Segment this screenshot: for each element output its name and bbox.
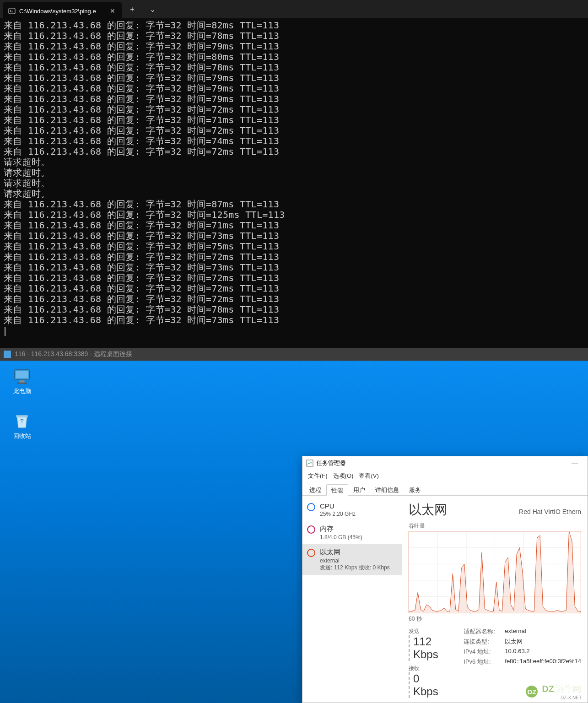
sidebar-item-cpu[interactable]: CPU 25% 2.20 GHz <box>302 498 402 521</box>
terminal-tab[interactable]: C:\Windows\system32\ping.e ✕ <box>3 2 122 20</box>
throughput-chart <box>409 531 581 613</box>
desktop-icon-computer[interactable]: 此电脑 <box>5 367 39 395</box>
watermark: DZ DZ插件网 DZ-X.NET <box>524 683 582 700</box>
rdp-icon <box>4 351 11 358</box>
svg-rect-0 <box>9 8 15 14</box>
watermark-logo-icon: DZ <box>524 684 539 699</box>
sidebar-item-sub2: 发送: 112 Kbps 接收: 0 Kbps <box>320 564 390 572</box>
desktop-icon-recycle[interactable]: 回收站 <box>5 412 39 440</box>
info-value: 以太网 <box>505 638 523 646</box>
info-key: IPv4 地址: <box>464 648 505 656</box>
info-key: 连接类型: <box>464 638 505 646</box>
sidebar-item-title: 内存 <box>320 525 362 533</box>
sidebar-item-sub: external <box>320 557 390 564</box>
taskmgr-sidebar: CPU 25% 2.20 GHz 内存 1.8/4.0 GB (45%) 以太网 <box>302 496 402 703</box>
info-value: fe80::1a5f:eeff:fe00:3f2e%14 <box>505 658 581 666</box>
info-value: 10.0.63.2 <box>505 648 529 656</box>
taskmgr-icon <box>306 460 313 467</box>
cpu-icon <box>307 503 315 511</box>
svg-rect-7 <box>16 415 28 417</box>
sidebar-item-title: 以太网 <box>320 548 390 557</box>
memory-icon <box>307 525 315 534</box>
rdp-titlebar: 116 - 116.213.43.68:3389 - 远程桌面连接 <box>0 348 588 361</box>
send-label: 发送 <box>409 627 445 635</box>
terminal-window: C:\Windows\system32\ping.e ✕ ＋ ⌄ 来自 116.… <box>0 0 588 348</box>
close-icon[interactable]: ✕ <box>109 7 116 15</box>
menu-options[interactable]: 选项(O) <box>330 472 356 480</box>
taskmgr-titlebar[interactable]: 任务管理器 — <box>302 456 588 470</box>
svg-rect-4 <box>16 371 28 379</box>
info-key: 适配器名称: <box>464 627 505 636</box>
svg-rect-5 <box>20 380 25 383</box>
recv-label: 接收 <box>409 665 445 672</box>
ethernet-icon <box>307 549 315 557</box>
watermark-brand: DZ插件网 <box>542 683 582 695</box>
tab-性能[interactable]: 性能 <box>326 484 348 496</box>
perf-section-label: 吞吐量 <box>409 522 581 530</box>
desktop-icon-label: 此电脑 <box>5 387 39 395</box>
taskmgr-title: 任务管理器 <box>316 459 346 467</box>
svg-rect-2 <box>6 357 9 357</box>
rdp-title: 116 - 116.213.43.68:3389 - 远程桌面连接 <box>15 350 132 358</box>
terminal-output[interactable]: 来自 116.213.43.68 的回复: 字节=32 时间=82ms TTL=… <box>0 18 588 338</box>
svg-rect-6 <box>17 383 27 384</box>
taskmgr-tabs: 进程性能用户详细信息服务 <box>302 482 588 496</box>
new-tab-button[interactable]: ＋ <box>122 0 142 18</box>
taskmgr-main: 以太网 Red Hat VirtIO Ethern 吞吐量 60 秒 发送 11… <box>402 496 588 703</box>
perf-adapter: Red Hat VirtIO Ethern <box>519 508 581 515</box>
computer-icon <box>11 367 33 385</box>
tab-dropdown-button[interactable]: ⌄ <box>142 0 163 18</box>
recv-value: 0 Kbps <box>409 672 445 698</box>
terminal-titlebar: C:\Windows\system32\ping.e ✕ ＋ ⌄ <box>0 0 588 18</box>
info-value: external <box>505 627 526 636</box>
tab-详细信息[interactable]: 详细信息 <box>370 484 404 495</box>
info-key: IPv6 地址: <box>464 658 505 666</box>
sidebar-item-title: CPU <box>320 502 356 510</box>
tab-进程[interactable]: 进程 <box>304 484 326 495</box>
terminal-tab-title: C:\Windows\system32\ping.e <box>19 8 105 15</box>
sidebar-item-memory[interactable]: 内存 1.8/4.0 GB (45%) <box>302 521 402 544</box>
tab-用户[interactable]: 用户 <box>348 484 370 495</box>
sidebar-item-ethernet[interactable]: 以太网 external 发送: 112 Kbps 接收: 0 Kbps <box>302 544 402 575</box>
desktop[interactable]: 此电脑 回收站 任务管理器 — 文件(F) 选项(O) 查看(V) 进程性能用户… <box>0 361 588 703</box>
svg-rect-1 <box>4 352 11 356</box>
task-manager-window: 任务管理器 — 文件(F) 选项(O) 查看(V) 进程性能用户详细信息服务 C… <box>302 456 588 703</box>
terminal-icon <box>8 7 16 15</box>
sidebar-item-sub: 25% 2.20 GHz <box>320 511 356 517</box>
taskmgr-menu: 文件(F) 选项(O) 查看(V) <box>302 470 588 482</box>
perf-title: 以太网 <box>409 501 447 519</box>
watermark-sub: DZ-X.NET <box>542 695 582 700</box>
menu-file[interactable]: 文件(F) <box>305 472 330 480</box>
minimize-button[interactable]: — <box>566 460 584 467</box>
sidebar-item-sub: 1.8/4.0 GB (45%) <box>320 534 362 541</box>
chart-timespan: 60 秒 <box>409 615 581 623</box>
tab-服务[interactable]: 服务 <box>404 484 426 495</box>
menu-view[interactable]: 查看(V) <box>356 472 381 480</box>
recycle-icon <box>11 412 33 430</box>
desktop-icon-label: 回收站 <box>5 432 39 440</box>
send-value: 112 Kbps <box>409 635 445 661</box>
